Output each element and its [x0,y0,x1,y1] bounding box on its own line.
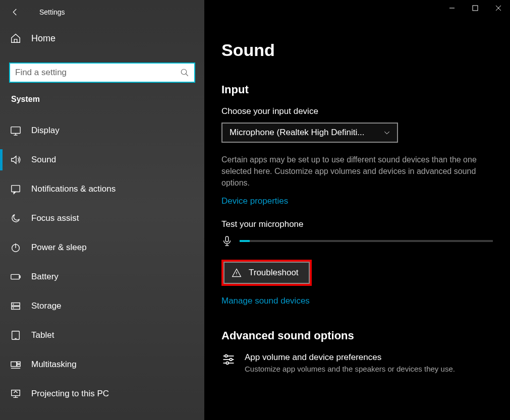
svg-rect-1 [11,127,20,134]
nav-label: Tablet [31,330,54,340]
chevron-down-icon [383,129,391,137]
home-nav[interactable]: Home [0,24,204,52]
nav-label: Storage [31,301,62,311]
svg-point-9 [13,308,14,308]
input-description: Certain apps may be set up to use differ… [221,154,493,189]
search-box[interactable] [9,63,195,83]
app-volume-sub: Customize app volumes and the speakers o… [245,365,455,373]
svg-point-19 [226,362,229,364]
nav-label: Sound [31,155,56,165]
sound-icon [10,154,21,165]
window-controls [204,0,510,20]
projecting-icon [10,388,21,399]
combo-value: Microphone (Realtek High Definiti... [230,128,364,138]
app-volume-title: App volume and device preferences [245,352,455,363]
svg-rect-5 [19,276,20,278]
svg-rect-2 [12,186,20,192]
focus-assist-icon [10,213,21,224]
nav-list: Display Sound Notifications & actions Fo… [0,116,204,408]
search-icon [180,68,189,77]
advanced-section-header: Advanced sound options [221,329,493,342]
tablet-icon [10,330,21,341]
warning-icon [232,268,242,278]
nav-display[interactable]: Display [0,116,204,145]
input-section-header: Input [221,83,493,96]
display-icon [10,125,21,136]
nav-label: Focus assist [31,213,79,223]
svg-rect-16 [225,236,229,242]
main-panel: Sound Input Choose your input device Mic… [204,0,510,420]
mic-level-track [240,240,493,242]
nav-storage[interactable]: Storage [0,291,204,321]
device-properties-link[interactable]: Device properties [221,196,288,206]
page-title: Sound [221,40,493,60]
minimize-button[interactable] [440,0,464,16]
battery-icon [10,271,21,282]
svg-point-17 [225,354,228,357]
troubleshoot-button[interactable]: Troubleshoot [223,262,310,284]
manage-sound-devices-link[interactable]: Manage sound devices [221,296,310,306]
svg-point-8 [13,304,14,305]
svg-rect-11 [11,362,17,367]
nav-label: Power & sleep [31,243,87,253]
nav-projecting[interactable]: Projecting to this PC [0,379,204,408]
microphone-icon [221,235,233,247]
notifications-icon [10,184,21,195]
svg-rect-15 [473,6,478,11]
nav-label: Projecting to this PC [31,389,109,399]
svg-rect-7 [12,307,20,310]
content: Sound Input Choose your input device Mic… [204,20,510,373]
nav-battery[interactable]: Battery [0,262,204,291]
nav-sound[interactable]: Sound [0,145,204,174]
nav-tablet[interactable]: Tablet [0,321,204,350]
home-label: Home [31,33,55,44]
troubleshoot-highlight: Troubleshoot [221,260,312,286]
svg-point-18 [230,358,232,361]
sliders-icon [221,352,236,367]
test-mic-label: Test your microphone [221,219,493,229]
maximize-button[interactable] [464,0,487,16]
svg-rect-12 [17,362,20,364]
svg-rect-13 [17,365,20,367]
mic-level-fill [240,240,250,242]
nav-label: Battery [31,272,59,282]
nav-label: Notifications & actions [31,184,116,194]
nav-multitasking[interactable]: Multitasking [0,350,204,379]
home-icon [10,33,21,44]
nav-label: Display [31,126,60,136]
svg-point-0 [181,69,187,75]
multitasking-icon [10,359,21,370]
nav-power-sleep[interactable]: Power & sleep [0,233,204,262]
nav-notifications[interactable]: Notifications & actions [0,174,204,204]
input-device-combo[interactable]: Microphone (Realtek High Definiti... [221,123,398,143]
troubleshoot-label: Troubleshoot [249,268,299,278]
svg-rect-6 [12,303,20,306]
category-header: System [0,95,204,116]
app-volume-prefs[interactable]: App volume and device preferences Custom… [221,352,493,373]
search-input[interactable] [15,68,180,78]
choose-device-label: Choose your input device [221,106,493,116]
storage-icon [10,301,21,312]
power-icon [10,242,21,253]
mic-level-row [221,235,493,247]
nav-label: Multitasking [31,359,77,370]
close-button[interactable] [487,0,510,16]
nav-focus-assist[interactable]: Focus assist [0,204,204,233]
app-title: Settings [39,8,65,16]
back-button[interactable] [5,2,25,22]
titlebar-left: Settings [0,0,204,24]
sidebar: Settings Home System Display Sound [0,0,204,420]
svg-rect-4 [11,274,20,279]
